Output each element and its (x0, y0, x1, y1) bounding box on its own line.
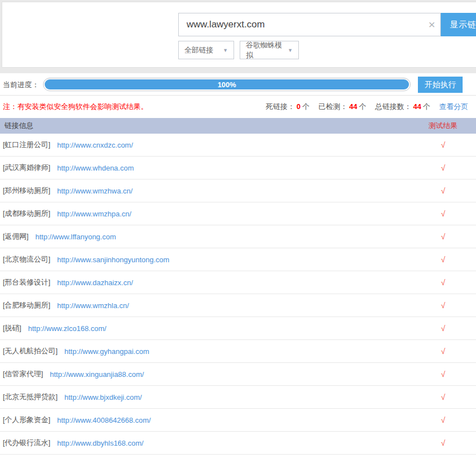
check-mark-result: √ (410, 301, 476, 310)
table-row: [邢台装修设计] http://www.dazhaizx.cn/ √ (0, 271, 476, 294)
total-links-value: 44 (412, 102, 423, 111)
link-info-cell: [返佣网] http://www.lffanyong.com (3, 232, 116, 242)
results-panel: 当前进度： 100% 开始执行 注：有安装类似安全狗软件会影响测试结果。 死链接… (0, 73, 476, 463)
row-url-link[interactable]: http://www.zlco168.com/ (28, 324, 106, 333)
chevron-down-icon: ▼ (223, 48, 228, 53)
row-url-link[interactable]: http://www.lffanyong.com (35, 233, 116, 241)
check-mark-result: √ (410, 347, 476, 356)
row-label: [邢台装修设计] (3, 277, 50, 287)
table-row: [返佣网] http://www.lffanyong.com √ (0, 225, 476, 248)
link-type-selected-value: 全部链接 (184, 45, 213, 55)
check-mark-result: √ (410, 393, 476, 401)
progress-label: 当前进度： (3, 80, 39, 90)
row-label: [返佣网] (3, 232, 28, 242)
link-info-cell: [个人形象资金] http://www.4008642668.com/ (3, 415, 151, 425)
link-info-cell: [郑州移动厕所] http://www.wmzhwa.cn/ (3, 186, 132, 196)
link-info-cell: [虹口注册公司] http://www.cnxdzc.com/ (3, 140, 133, 150)
detected-stat: 已检测：44个 (318, 102, 366, 112)
progress-section: 当前进度： 100% 开始执行 (0, 73, 476, 96)
progress-percent: 100% (217, 81, 236, 89)
check-mark-result: √ (410, 255, 476, 264)
check-mark-result: √ (410, 209, 476, 218)
dead-links-unit: 个 (302, 102, 310, 111)
row-label: [合肥移动厕所] (3, 300, 50, 310)
row-url-link[interactable]: http://www.4008642668.com/ (57, 416, 151, 424)
search-panel: × 显示链接 全部链接 ▼ 谷歌蜘蛛模拟 ▼ (2, 2, 476, 68)
table-row: [信管家代理] http://www.xinguanjia88.com/ √ (0, 363, 476, 386)
stats-summary: 死链接：0个 已检测：44个 总链接数：44个 查看分页 (257, 102, 468, 112)
clear-input-icon[interactable]: × (425, 17, 439, 32)
row-url-link[interactable]: http://www.sanjinhongyuntong.com (57, 256, 169, 264)
total-links-unit: 个 (423, 102, 430, 111)
table-row: [无人机航拍公司] http://www.gyhangpai.com √ (0, 340, 476, 363)
row-label: [个人形象资金] (3, 415, 50, 425)
row-label: [虹口注册公司] (3, 140, 50, 150)
row-label: [北京物流公司] (3, 254, 50, 264)
table-row: [郑州移动厕所] http://www.wmzhwa.cn/ √ (0, 179, 476, 202)
table-row: [北京物流公司] http://www.sanjinhongyuntong.co… (0, 248, 476, 271)
row-label: [信管家代理] (3, 369, 43, 379)
row-url-link[interactable]: http://www.dbyhls168.com/ (57, 439, 144, 447)
check-mark-result: √ (410, 370, 476, 379)
status-row: 注：有安装类似安全狗软件会影响测试结果。 死链接：0个 已检测：44个 总链接数… (0, 96, 476, 118)
row-url-link[interactable]: http://www.dazhaizx.cn/ (57, 278, 133, 287)
progress-bar-fill: 100% (45, 79, 409, 89)
row-url-link[interactable]: http://www.gyhangpai.com (64, 347, 149, 356)
table-row: [个人形象资金] http://www.4008642668.com/ √ (0, 409, 476, 432)
total-links-label: 总链接数： (375, 102, 412, 111)
link-info-cell: [北京物流公司] http://www.sanjinhongyuntong.co… (3, 254, 169, 264)
link-info-cell: [信管家代理] http://www.xinguanjia88.com/ (3, 369, 144, 379)
row-url-link[interactable]: http://www.wmzhpa.cn/ (57, 210, 131, 218)
table-row: [北京无抵押贷款] http://www.bjxdkeji.com/ √ (0, 386, 476, 409)
view-pagination-link[interactable]: 查看分页 (439, 102, 468, 112)
check-mark-result: √ (410, 438, 476, 447)
detected-unit: 个 (359, 102, 366, 111)
start-execution-button[interactable]: 开始执行 (418, 77, 463, 93)
link-info-cell: [脱硝] http://www.zlco168.com/ (3, 323, 106, 333)
row-url-link[interactable]: http://www.wmzhwa.cn/ (57, 187, 132, 195)
link-type-dropdown[interactable]: 全部链接 ▼ (178, 41, 234, 59)
check-mark-result: √ (410, 140, 476, 149)
link-info-cell: [北京无抵押贷款] http://www.bjxdkeji.com/ (3, 392, 142, 402)
row-label: [郑州移动厕所] (3, 186, 50, 196)
warning-note: 注：有安装类似安全狗软件会影响测试结果。 (3, 102, 148, 112)
row-label: [无人机航拍公司] (3, 346, 58, 356)
progress-bar: 100% (43, 78, 411, 91)
table-row: [脱硝] http://www.zlco168.com/ √ (0, 317, 476, 340)
link-info-cell: [武汉离婚律师] http://www.whdena.com (3, 163, 134, 173)
table-row: [武汉离婚律师] http://www.whdena.com √ (0, 157, 476, 179)
table-row: [虹口注册公司] http://www.cnxdzc.com/ √ (0, 134, 476, 157)
spider-mode-dropdown[interactable]: 谷歌蜘蛛模拟 ▼ (240, 41, 299, 59)
table-row: [代办银行流水] http://www.dbyhls168.com/ √ (0, 432, 476, 455)
link-info-cell: [成都移动厕所] http://www.wmzhpa.cn/ (3, 209, 131, 219)
dead-links-stat: 死链接：0个 (266, 102, 310, 112)
dead-links-label: 死链接： (266, 102, 295, 111)
dead-links-value: 0 (295, 102, 302, 111)
row-label: [代办银行流水] (3, 438, 50, 448)
check-mark-result: √ (410, 324, 476, 333)
url-input[interactable] (178, 13, 441, 36)
row-url-link[interactable]: http://www.whdena.com (57, 164, 134, 172)
link-info-cell: [无人机航拍公司] http://www.gyhangpai.com (3, 346, 149, 356)
total-links-stat: 总链接数：44个 (375, 102, 430, 112)
row-url-link[interactable]: http://www.cnxdzc.com/ (57, 141, 133, 149)
check-mark-result: √ (410, 186, 476, 195)
link-info-cell: [邢台装修设计] http://www.dazhaizx.cn/ (3, 277, 133, 287)
detected-value: 44 (348, 102, 359, 111)
link-info-cell: [代办银行流水] http://www.dbyhls168.com/ (3, 438, 144, 448)
column-header-link-info: 链接信息 (4, 121, 34, 131)
table-header: 链接信息 测试结果 (0, 118, 476, 134)
row-url-link[interactable]: http://www.wmzhla.cn/ (57, 301, 129, 310)
link-info-cell: [合肥移动厕所] http://www.wmzhla.cn/ (3, 300, 129, 310)
show-links-button[interactable]: 显示链接 (441, 13, 476, 36)
link-table-body: [虹口注册公司] http://www.cnxdzc.com/ √ [武汉离婚律… (0, 134, 476, 455)
check-mark-result: √ (410, 232, 476, 241)
check-mark-result: √ (410, 278, 476, 287)
row-url-link[interactable]: http://www.xinguanjia88.com/ (50, 370, 144, 379)
check-mark-result: √ (410, 415, 476, 424)
detected-label: 已检测： (318, 102, 348, 111)
row-url-link[interactable]: http://www.bjxdkeji.com/ (64, 393, 142, 401)
table-row: [合肥移动厕所] http://www.wmzhla.cn/ √ (0, 294, 476, 317)
column-header-test-result: 测试结果 (410, 121, 476, 131)
chevron-down-icon: ▼ (288, 48, 293, 53)
